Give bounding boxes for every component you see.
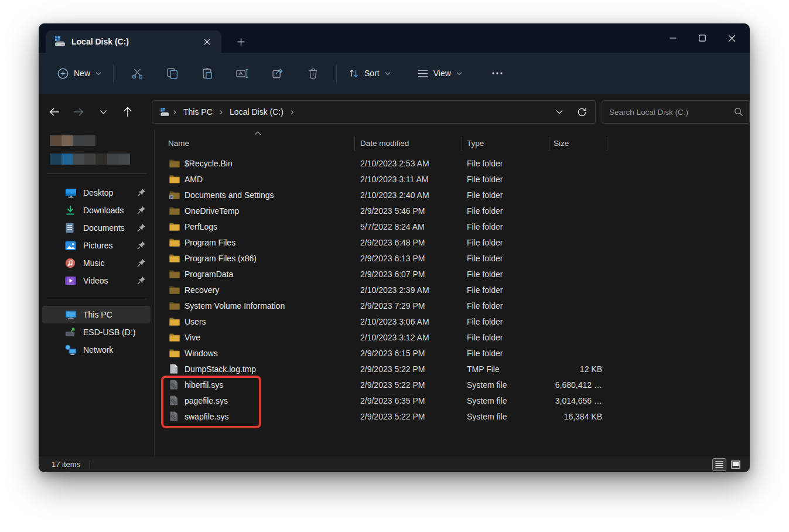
file-row[interactable]: PerfLogs5/7/2022 8:24 AMFile folder <box>155 219 750 234</box>
redacted-sidebar-item[interactable] <box>50 154 130 165</box>
file-name: DumpStack.log.tmp <box>185 364 256 374</box>
view-button[interactable]: View <box>412 62 468 85</box>
file-date-modified: 2/10/2023 3:12 AM <box>355 333 462 342</box>
file-row[interactable]: Documents and Settings2/10/2023 2:40 AMF… <box>155 187 750 203</box>
drive-icon <box>159 108 170 117</box>
minimize-button[interactable] <box>658 23 688 53</box>
close-button[interactable] <box>717 23 746 53</box>
search-icon[interactable] <box>734 107 743 117</box>
tmp-file-icon <box>169 364 180 374</box>
folder-icon <box>169 254 180 262</box>
copy-icon[interactable] <box>159 62 185 85</box>
rename-icon[interactable] <box>230 62 255 85</box>
file-name-cell: PerfLogs <box>155 222 355 231</box>
sidebar-item-pictures[interactable]: Pictures <box>42 237 151 254</box>
sidebar-item-this-pc[interactable]: This PC <box>42 306 151 323</box>
sidebar-item-videos[interactable]: Videos <box>42 272 151 289</box>
refresh-icon[interactable] <box>572 103 592 121</box>
file-explorer-window: Local Disk (C:) New <box>39 23 750 472</box>
large-icons-view-icon[interactable] <box>729 458 743 471</box>
column-header-size[interactable]: Size <box>549 137 607 151</box>
file-row[interactable]: ProgramData2/9/2023 6:07 PMFile folder <box>155 266 750 282</box>
redacted-block <box>62 154 73 165</box>
file-row[interactable]: Windows2/9/2023 6:15 PMFile folder <box>155 345 750 361</box>
file-name-cell: Program Files <box>155 238 355 247</box>
breadcrumb-local-disk[interactable]: Local Disk (C:) <box>226 105 287 118</box>
delete-icon[interactable] <box>300 62 326 85</box>
file-type: File folder <box>462 159 549 168</box>
file-name-cell: Windows <box>155 349 355 358</box>
pin-icon <box>136 223 146 233</box>
titlebar: Local Disk (C:) <box>39 23 750 53</box>
sidebar-item-music[interactable]: Music <box>42 254 151 272</box>
new-button-label: New <box>74 69 90 78</box>
address-bar[interactable]: › This PC › Local Disk (C:) › <box>152 100 596 124</box>
share-icon[interactable] <box>265 62 291 85</box>
file-type: File folder <box>462 222 549 231</box>
redacted-block <box>73 154 84 165</box>
column-header-name[interactable]: Name <box>155 137 355 151</box>
new-button[interactable]: New <box>52 62 107 85</box>
file-row[interactable]: hiberfil.sys2/9/2023 5:22 PMSystem file6… <box>155 377 750 393</box>
column-header-date-modified[interactable]: Date modified <box>355 137 462 151</box>
pin-icon <box>136 206 146 215</box>
column-header-type[interactable]: Type <box>462 137 549 151</box>
tab-close-icon[interactable] <box>199 34 214 49</box>
address-dropdown-icon[interactable] <box>549 103 569 121</box>
recent-locations-icon[interactable] <box>92 101 114 123</box>
folder-icon <box>169 270 180 278</box>
file-row[interactable]: Users2/10/2023 3:06 AMFile folder <box>155 313 750 329</box>
file-row[interactable]: Recovery2/10/2023 2:39 AMFile folder <box>155 282 750 298</box>
sidebar-item-desktop[interactable]: Desktop <box>42 184 151 202</box>
cut-icon[interactable] <box>124 62 150 85</box>
new-tab-button[interactable] <box>232 33 250 50</box>
file-date-modified: 2/9/2023 5:22 PM <box>355 412 462 421</box>
sidebar-item-label: Downloads <box>83 206 124 215</box>
folder-icon <box>169 206 180 215</box>
file-row[interactable]: System Volume Information2/9/2023 7:29 P… <box>155 298 750 313</box>
file-row[interactable]: $Recycle.Bin2/10/2023 2:53 AMFile folder <box>155 155 750 171</box>
tab-local-disk[interactable]: Local Disk (C:) <box>46 30 221 53</box>
sidebar-item-downloads[interactable]: Downloads <box>42 202 151 219</box>
sidebar-item-label: Music <box>83 258 105 268</box>
more-options-icon[interactable] <box>484 62 510 85</box>
file-name: Documents and Settings <box>185 190 274 200</box>
file-date-modified: 2/9/2023 6:15 PM <box>355 349 462 358</box>
file-name-cell: Vive <box>155 333 355 342</box>
file-date-modified: 2/9/2023 5:22 PM <box>355 380 462 390</box>
file-row[interactable]: Program Files2/9/2023 6:48 PMFile folder <box>155 234 750 250</box>
up-icon[interactable] <box>117 101 139 123</box>
details-view-icon[interactable] <box>712 458 726 471</box>
desktop-icon <box>65 187 77 198</box>
breadcrumb-this-pc[interactable]: This PC <box>180 105 216 118</box>
file-name: System Volume Information <box>185 301 285 311</box>
view-button-label: View <box>433 69 451 78</box>
file-date-modified: 2/9/2023 6:07 PM <box>355 270 462 279</box>
toolbar-divider <box>113 64 114 82</box>
redacted-block <box>84 135 96 146</box>
toolbar-divider <box>336 64 337 82</box>
file-row[interactable]: OneDriveTemp2/9/2023 5:46 PMFile folder <box>155 203 750 219</box>
sidebar-item-esd-usb-d[interactable]: ESD-USB (D:) <box>42 323 151 341</box>
sidebar-item-network[interactable]: Network <box>42 341 151 359</box>
file-row[interactable]: AMD2/10/2023 3:11 AMFile folder <box>155 171 750 187</box>
file-name: Vive <box>185 333 200 342</box>
file-row[interactable]: pagefile.sys2/9/2023 6:35 PMSystem file3… <box>155 393 750 408</box>
sidebar-item-documents[interactable]: Documents <box>42 219 151 237</box>
paste-icon[interactable] <box>194 62 220 85</box>
pin-icon <box>136 258 146 268</box>
redacted-sidebar-item[interactable] <box>50 135 95 146</box>
sort-button[interactable]: Sort <box>343 62 397 85</box>
file-row[interactable]: Vive2/10/2023 3:12 AMFile folder <box>155 329 750 345</box>
folder-icon <box>169 349 180 357</box>
file-row[interactable]: Program Files (x86)2/9/2023 6:13 PMFile … <box>155 250 750 266</box>
search-input[interactable] <box>609 108 734 117</box>
column-header-row: Name Date modified Type Size <box>155 134 750 153</box>
file-row[interactable]: swapfile.sys2/9/2023 5:22 PMSystem file1… <box>155 408 750 424</box>
forward-icon[interactable] <box>68 101 90 123</box>
file-name-cell: AMD <box>155 175 355 184</box>
file-row[interactable]: DumpStack.log.tmp2/9/2023 5:22 PMTMP Fil… <box>155 361 750 377</box>
maximize-button[interactable] <box>688 23 717 53</box>
toolbar: New Sort View <box>39 53 750 94</box>
back-icon[interactable] <box>43 101 66 123</box>
